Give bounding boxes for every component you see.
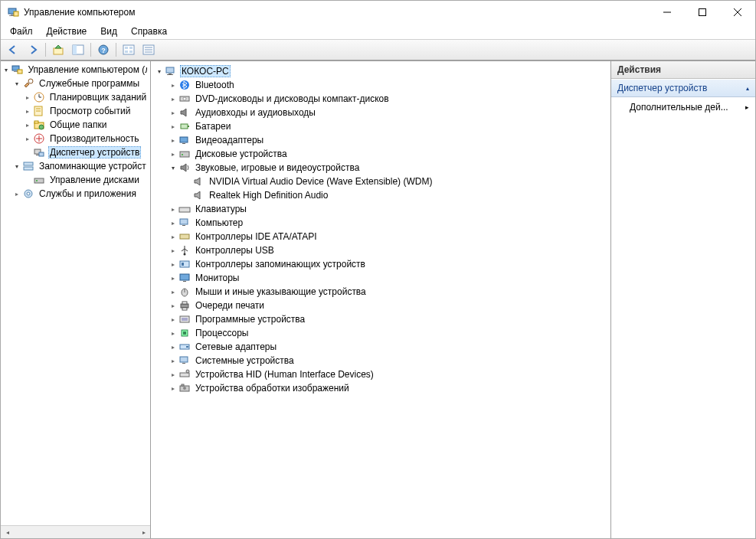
menu-view[interactable]: Вид	[94, 24, 123, 38]
actions-section[interactable]: Диспетчер устройств ▴	[611, 79, 755, 97]
nav-system-tools[interactable]: ▾ Служебные программы	[1, 77, 150, 90]
expander-icon[interactable]: ▸	[168, 355, 178, 366]
expander-icon[interactable]: ▸	[168, 231, 178, 242]
svg-rect-82	[182, 363, 185, 364]
printer-icon	[178, 299, 191, 312]
nav-disk-mgmt[interactable]: ▸ Управление дисками	[1, 173, 150, 187]
device-computer[interactable]: ▸ Компьютер	[151, 216, 610, 230]
device-keyboards[interactable]: ▸ Клавиатуры	[151, 202, 610, 216]
device-tree[interactable]: ▾ КОКОС-PC ▸ Bluetooth ▸	[151, 63, 610, 397]
show-hide-tree-button[interactable]	[69, 41, 87, 58]
device-batteries[interactable]: ▸ Батареи	[151, 119, 610, 133]
expander-icon[interactable]: ▾	[154, 66, 165, 77]
nav-shared-folders[interactable]: ▸ Общие папки	[1, 118, 150, 132]
device-monitors[interactable]: ▸ Мониторы	[151, 271, 610, 285]
scroll-right-button[interactable]: ▸	[137, 527, 150, 538]
device-bluetooth[interactable]: ▸ Bluetooth	[151, 78, 610, 92]
device-nvidia-audio[interactable]: NVIDIA Virtual Audio Device (Wave Extens…	[151, 175, 610, 188]
up-button[interactable]	[49, 41, 67, 58]
device-system-devices[interactable]: ▸ Системные устройства	[151, 354, 610, 368]
svg-rect-48	[169, 74, 172, 74]
expander-icon[interactable]: ▸	[168, 273, 178, 283]
device-video-label: Видеоадаптеры	[194, 135, 265, 145]
expander-icon[interactable]: ▸	[168, 204, 178, 214]
expander-icon[interactable]: ▸	[168, 93, 178, 104]
close-button[interactable]	[720, 1, 755, 24]
device-realtek-audio[interactable]: Realtek High Definition Audio	[151, 188, 610, 202]
nav-services-apps[interactable]: ▸ Службы и приложения	[1, 187, 150, 201]
device-print-queues[interactable]: ▸ Очереди печати	[151, 299, 610, 312]
expander-icon[interactable]: ▸	[22, 119, 33, 130]
svg-point-84	[186, 370, 189, 373]
expander-icon[interactable]: ▸	[168, 341, 178, 352]
device-dvd[interactable]: ▸ DVD-дисководы и дисководы компакт-диск…	[151, 92, 610, 106]
forward-button[interactable]	[24, 41, 42, 58]
scroll-track[interactable]	[14, 527, 137, 538]
device-network[interactable]: ▸ Сетевые адаптеры	[151, 340, 610, 354]
device-video[interactable]: ▸ Видеоадаптеры	[151, 133, 610, 147]
expander-icon[interactable]: ▸	[168, 369, 178, 380]
help-button[interactable]: ?	[94, 41, 113, 58]
actions-more-link[interactable]: Дополнительные дей... ▸	[611, 97, 755, 117]
view-large-button[interactable]	[119, 41, 138, 58]
expander-icon[interactable]: ▸	[22, 133, 33, 144]
device-monitors-label: Мониторы	[194, 273, 241, 283]
expander-icon[interactable]: ▸	[168, 135, 178, 145]
expander-icon[interactable]: ▸	[168, 314, 178, 325]
toolbar-separator	[116, 43, 116, 57]
expander-icon[interactable]: ▸	[168, 80, 178, 90]
expander-icon[interactable]: ▸	[168, 121, 178, 132]
device-hid[interactable]: ▸ Устройства HID (Human Interface Device…	[151, 368, 610, 381]
view-details-button[interactable]	[139, 41, 158, 58]
nav-performance[interactable]: ▸ Производительность	[1, 132, 150, 145]
device-mice[interactable]: ▸ Мыши и иные указывающие устройства	[151, 285, 610, 299]
device-software-devices[interactable]: ▸ Программные устройства	[151, 312, 610, 326]
nav-task-scheduler[interactable]: ▸ Планировщик заданий	[1, 90, 150, 104]
device-audio-io[interactable]: ▸ Аудиовходы и аудиовыходы	[151, 106, 610, 119]
expander-icon[interactable]: ▾	[1, 64, 11, 75]
storage-icon	[22, 160, 34, 172]
expander-icon[interactable]: ▸	[168, 328, 178, 338]
expander-icon[interactable]: ▸	[168, 217, 178, 228]
expander-icon[interactable]: ▸	[168, 245, 178, 256]
expander-icon[interactable]: ▸	[168, 383, 178, 394]
expander-icon[interactable]: ▾	[11, 78, 22, 89]
minimize-button[interactable]	[650, 1, 685, 24]
expander-icon[interactable]: ▸	[168, 259, 178, 270]
nav-device-manager[interactable]: ▸ Диспетчер устройств	[1, 145, 150, 159]
menu-file[interactable]: Файл	[4, 24, 39, 38]
imaging-icon	[178, 382, 191, 394]
nav-event-viewer[interactable]: ▸ Просмотр событий	[1, 104, 150, 118]
nav-tree[interactable]: ▾ Управление компьютером (л ▾ Служебные …	[1, 61, 150, 525]
expander-icon[interactable]: ▸	[11, 188, 22, 199]
device-sound-game-video[interactable]: ▾ Звуковые, игровые и видеоустройства	[151, 161, 610, 175]
expander-icon[interactable]: ▸	[168, 107, 178, 118]
nav-storage[interactable]: ▾ Запоминающие устройст	[1, 159, 150, 173]
expander-icon[interactable]: ▸	[168, 300, 178, 311]
back-button[interactable]	[4, 41, 22, 58]
nav-root[interactable]: ▾ Управление компьютером (л	[1, 63, 150, 77]
menu-help[interactable]: Справка	[125, 24, 173, 38]
device-disk[interactable]: ▸ Дисковые устройства	[151, 147, 610, 161]
svg-rect-40	[39, 152, 44, 156]
device-ide[interactable]: ▸ Контроллеры IDE ATA/ATAPI	[151, 230, 610, 243]
device-storage-controllers[interactable]: ▸ Контроллеры запоминающих устройств	[151, 257, 610, 271]
scroll-left-button[interactable]: ◂	[1, 527, 14, 538]
device-imaging[interactable]: ▸ Устройства обработки изображений	[151, 381, 610, 395]
expander-icon[interactable]: ▾	[11, 161, 22, 172]
collapse-icon[interactable]: ▴	[746, 85, 749, 92]
software-device-icon	[178, 313, 191, 325]
device-root[interactable]: ▾ КОКОС-PC	[151, 64, 610, 78]
device-processors[interactable]: ▸ Процессоры	[151, 326, 610, 340]
svg-rect-1	[11, 15, 14, 15]
left-horizontal-scrollbar[interactable]: ◂ ▸	[1, 525, 150, 538]
app-window: Управление компьютером Файл Действие Вид…	[0, 0, 756, 539]
expander-icon[interactable]: ▸	[22, 106, 33, 116]
maximize-button[interactable]	[685, 1, 720, 24]
expander-icon[interactable]: ▾	[168, 162, 178, 173]
expander-icon[interactable]: ▸	[168, 286, 178, 297]
device-usb[interactable]: ▸ Контроллеры USB	[151, 243, 610, 257]
expander-icon[interactable]: ▸	[168, 149, 178, 159]
menu-action[interactable]: Действие	[41, 24, 93, 38]
expander-icon[interactable]: ▸	[22, 92, 33, 103]
